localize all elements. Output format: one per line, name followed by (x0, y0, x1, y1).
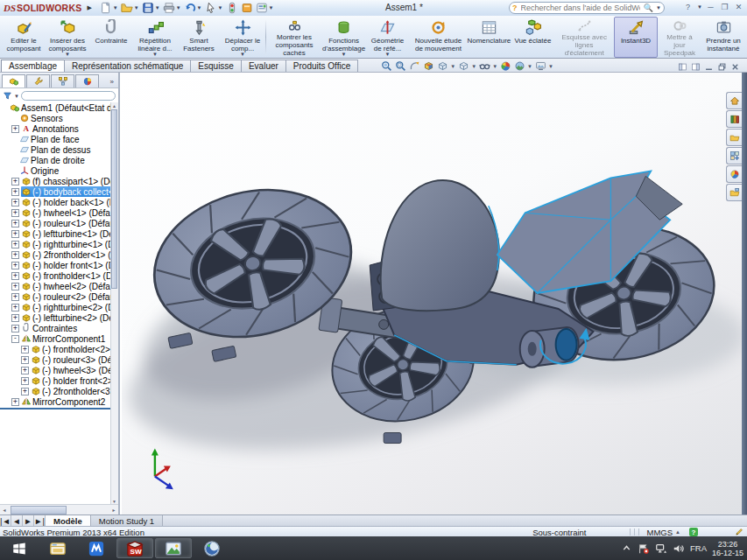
panel-tabs-overflow-chevron[interactable]: » (110, 78, 114, 88)
dropdown-icon[interactable]: ▼ (176, 5, 181, 10)
panel-split-line[interactable] (0, 408, 111, 410)
section-view-button[interactable] (423, 60, 434, 72)
ribbon-button-contrainte[interactable]: Contrainte (89, 17, 133, 58)
scrollbar-thumb[interactable] (11, 506, 67, 514)
tab-esquisse[interactable]: Esquisse (190, 60, 242, 72)
dropdown-icon[interactable]: ▼ (385, 52, 391, 57)
tree-toggle-expand-icon[interactable]: + (11, 241, 19, 248)
qat-new-document-button[interactable]: ▼ (99, 1, 119, 15)
scroll-left-icon[interactable]: ◄ (0, 508, 9, 513)
search-dropdown-icon[interactable]: ▼ (656, 5, 661, 10)
tree-item[interactable]: Plan de dessus (0, 144, 111, 155)
dropdown-icon[interactable]: ▼ (471, 64, 476, 69)
tree-item[interactable]: +AAnnotations (0, 123, 111, 134)
tab-produits-office[interactable]: Produits Office (285, 60, 358, 72)
tree-toggle-expand-icon[interactable]: + (21, 356, 29, 364)
ribbon-button-nouvelle-tude-de-mouvement[interactable]: Nouvelle étude de mouvement (412, 17, 465, 58)
display-style-button[interactable] (458, 60, 469, 72)
tree-toggle-expand-icon[interactable]: + (11, 398, 19, 406)
search-magnifier-icon[interactable]: 🔍 (644, 4, 653, 12)
tree-toggle-expand-icon[interactable]: + (11, 272, 19, 280)
menu-expand-arrow-icon[interactable]: ▶ (87, 4, 91, 11)
tree-item[interactable]: +MirrorComponent2 (0, 396, 111, 407)
dropdown-icon[interactable]: ▼ (240, 52, 245, 57)
ribbon-button-nomenclature[interactable]: Nomenclature (467, 17, 511, 58)
view-settings-button[interactable] (535, 60, 546, 72)
dropdown-icon[interactable]: ▼ (527, 64, 532, 69)
tree-item[interactable]: +(-) bodyback collect<1> (Défa (0, 186, 111, 197)
scrollbar-thumb[interactable] (111, 109, 117, 289)
qat-file-properties-button[interactable] (240, 1, 254, 15)
tab-repr-sentation-sch-matique[interactable]: Représentation schématique (64, 60, 191, 72)
tree-item[interactable]: +(-) rouleur<1> (Défaut<<Défa (0, 218, 111, 228)
dropdown-icon[interactable]: ▼ (342, 52, 347, 57)
dropdown-icon[interactable]: ▼ (218, 5, 223, 10)
filter-dropdown-icon[interactable]: ▼ (14, 94, 19, 99)
model-3d[interactable] (122, 73, 742, 514)
tree-item[interactable]: +(-) frontholder<2> (Défaut (0, 344, 111, 354)
units-dropdown-icon[interactable]: ▲ (675, 529, 680, 535)
panel-tab-feature-tree[interactable] (2, 74, 25, 88)
panel-tab-configuration-manager[interactable] (51, 74, 74, 88)
ribbon-button-g-om-trie-de-r-f[interactable]: Géométrie de réfé...▼ (366, 17, 410, 58)
tree-toggle-expand-icon[interactable]: + (11, 325, 19, 332)
restore-button[interactable]: ❐ (719, 2, 730, 12)
edit-appearance-button[interactable] (500, 60, 511, 72)
tree-toggle-expand-icon[interactable]: + (11, 293, 19, 301)
rotate-view-button[interactable] (409, 60, 420, 72)
tree-toggle-expand-icon[interactable]: + (11, 220, 19, 228)
close-button[interactable]: ✕ (733, 2, 744, 12)
taskbar-maxthon-browser[interactable] (78, 538, 115, 558)
tree-item[interactable]: -MirrorComponent1 (0, 333, 111, 344)
tree-toggle-expand-icon[interactable]: + (11, 251, 19, 259)
help-button[interactable]: ? (682, 2, 694, 12)
tree-item[interactable]: +(-) leftturbine<2> (Défaut<<D (0, 312, 111, 323)
start-button[interactable] (0, 536, 39, 560)
doc-pane-right-button[interactable] (691, 62, 701, 72)
tree-toggle-expand-icon[interactable]: + (11, 209, 19, 217)
tree-toggle-expand-icon[interactable]: + (11, 199, 19, 206)
ribbon-button-ins-rer-des-composants[interactable]: Insérer des composants▼ (46, 17, 89, 58)
dropdown-icon[interactable]: ▼ (492, 64, 497, 69)
doc-close-button[interactable] (730, 62, 740, 72)
tree-item[interactable]: +(-) leftturbine<1> (Défaut<<D (0, 228, 111, 239)
tree-item[interactable]: Assem1 (Défaut<Etat d'affichage (0, 102, 111, 113)
tree-toggle-expand-icon[interactable]: + (21, 346, 29, 354)
tree-item[interactable]: Origine (0, 165, 111, 176)
zoom-fit-button[interactable] (381, 60, 392, 72)
dropdown-icon[interactable]: ▼ (450, 64, 455, 69)
qat-select-cursor-button[interactable]: ▼ (204, 1, 224, 15)
tree-toggle-expand-icon[interactable]: + (11, 304, 19, 312)
tree-toggle-expand-icon[interactable]: + (21, 377, 29, 385)
quick-tips-icon[interactable]: ? (689, 528, 698, 536)
taskbar-windows-explorer[interactable] (39, 538, 76, 558)
ribbon-button-r-p-tition-lin-aire-d[interactable]: Répétition linéaire d...▼ (133, 17, 177, 58)
tree-toggle-expand-icon[interactable]: + (11, 178, 19, 186)
search-box[interactable]: ? 🔍 ▼ (509, 2, 665, 14)
view-orientation-button[interactable] (437, 60, 448, 72)
dropdown-icon[interactable]: ▼ (134, 5, 139, 10)
scroll-up-icon[interactable]: ▲ (111, 102, 117, 109)
task-pane-strip[interactable] (742, 73, 747, 514)
tree-item[interactable]: +(-) holder back<1> (Défaut<< (0, 197, 111, 207)
search-input[interactable] (519, 3, 642, 13)
action-center-icon[interactable] (638, 542, 650, 555)
tree-item[interactable]: +(-) rouleur<2> (Défaut<<Défa (0, 291, 111, 302)
qat-rebuild-button[interactable] (225, 1, 239, 15)
ribbon-button-fonctions-d-assemblage[interactable]: Fonctions d'assemblage▼ (322, 17, 366, 58)
tree-item[interactable]: Plan de face (0, 134, 111, 144)
dropdown-icon[interactable]: ▼ (65, 52, 70, 57)
tree-item[interactable]: +(-) rightturbine<1> (Défaut<< (0, 239, 111, 249)
graphics-viewport[interactable] (122, 73, 742, 514)
taskbar-daemon-tools[interactable] (194, 538, 230, 558)
clock[interactable]: 23:26 16-12-15 (712, 540, 743, 557)
filter-input[interactable] (21, 91, 116, 101)
tree-item[interactable]: +(-) 2frontholder<1> (Défaut< (0, 249, 111, 260)
dropdown-icon[interactable]: ▼ (269, 5, 274, 10)
funnel-icon[interactable] (3, 91, 12, 101)
tree-item[interactable]: +(-) rouleur<3> (Défaut<<D (0, 354, 111, 365)
tree-toggle-expand-icon[interactable]: + (11, 125, 19, 133)
doc-pane-left-button[interactable] (678, 62, 687, 72)
doc-restore-button[interactable] (717, 62, 727, 72)
dropdown-icon[interactable]: ▼ (548, 64, 553, 69)
